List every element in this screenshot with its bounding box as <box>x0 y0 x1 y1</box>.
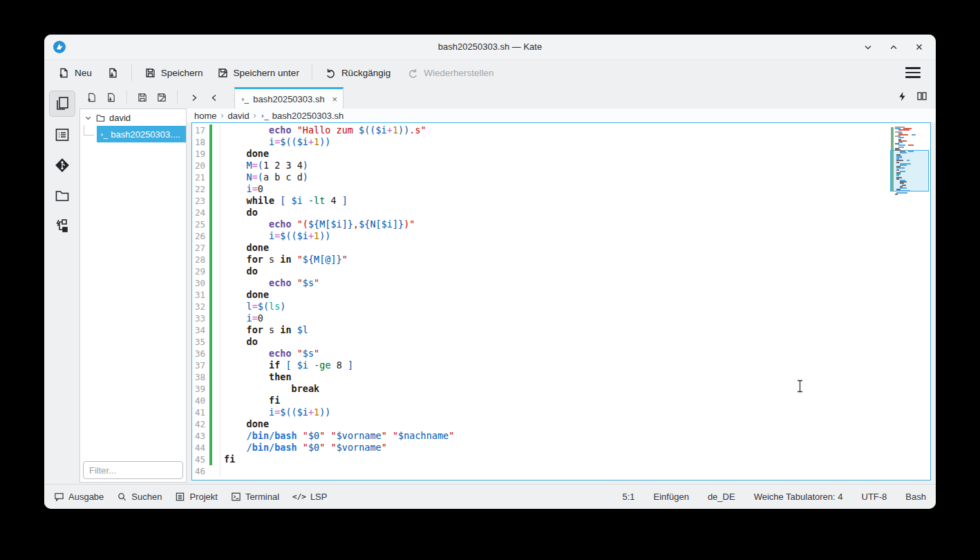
save-icon[interactable] <box>137 92 148 103</box>
code-line[interactable]: 38 then <box>192 371 930 383</box>
sidebar-item-outline[interactable] <box>49 122 75 148</box>
sidebar-item-git[interactable] <box>49 152 75 178</box>
close-icon[interactable] <box>911 39 927 55</box>
code-line[interactable]: 26 i=$(($i+1)) <box>192 230 930 242</box>
maximize-icon[interactable] <box>885 39 902 55</box>
code-line[interactable]: 40 fi <box>192 395 930 407</box>
redo-button[interactable]: Wiederherstellen <box>403 64 498 82</box>
code-line[interactable]: 29 do <box>192 265 930 277</box>
code-line[interactable]: 32 l=$(ls) <box>192 301 930 312</box>
save-button[interactable]: Speichern <box>140 64 207 82</box>
tab-mode[interactable]: Weiche Tabulatoren: 4 <box>754 492 843 502</box>
code-line[interactable]: 33 i=0 <box>192 312 930 324</box>
titlebar[interactable]: bash20250303.sh — Kate <box>44 35 936 60</box>
undo-button[interactable]: Rückgängig <box>321 64 395 82</box>
code-text: echo "(${M[$i]},${N[$i]})" <box>220 218 930 230</box>
modified-line-marker <box>209 277 212 289</box>
syntax-mode[interactable]: Bash <box>905 492 926 502</box>
code-line[interactable]: 25 echo "(${M[$i]},${N[$i]})" <box>192 218 930 230</box>
tab-bash20250303[interactable]: ›_ bash20250303.sh × <box>234 87 343 109</box>
code-text: i=$(($i+1)) <box>220 136 930 148</box>
code-line[interactable]: 20 M=(1 2 3 4) <box>192 160 930 171</box>
new-button[interactable]: Neu <box>54 64 96 82</box>
minimap-mark <box>908 144 914 146</box>
code-token <box>292 254 297 265</box>
code-token: $vorname <box>337 430 381 441</box>
line-number: 38 <box>192 371 205 383</box>
save-as-icon[interactable] <box>156 92 167 103</box>
scrollbar-minimap[interactable] <box>890 124 930 200</box>
insert-mode[interactable]: Einfügen <box>654 492 689 502</box>
tree-item-bash20250303[interactable]: ›_ bash20250303.... <box>97 126 186 142</box>
code-line[interactable]: 27 done <box>192 242 930 254</box>
breadcrumb-david[interactable]: david <box>228 111 249 121</box>
dictionary[interactable]: de_DE <box>708 492 735 502</box>
open-button[interactable] <box>103 64 123 82</box>
split-view-icon[interactable] <box>916 91 927 102</box>
code-line[interactable]: 23 while [ $i -lt 4 ] <box>192 195 930 207</box>
code-line[interactable]: 35 do <box>192 336 930 348</box>
code-line[interactable]: 36 echo "$s" <box>192 348 930 360</box>
tree-item-david[interactable]: david <box>80 109 186 126</box>
sidebar-item-external-tools[interactable] <box>49 212 75 239</box>
breadcrumb-home[interactable]: home <box>194 111 217 121</box>
code-line[interactable]: 43 /bin/bash "$0" "$vorname" "$nachname" <box>192 430 930 442</box>
code-area[interactable]: 17 echo "Hallo zum $(($i+1)).s"18 i=$(($… <box>192 124 930 477</box>
menu-button[interactable] <box>905 67 921 78</box>
minimap-mark <box>900 165 907 166</box>
filter-input[interactable] <box>83 461 183 479</box>
code-token: 1 <box>314 136 319 147</box>
quick-open-lightning-icon[interactable] <box>897 91 907 102</box>
open-document-icon[interactable] <box>106 92 117 103</box>
code-text: then <box>220 371 930 383</box>
code-line[interactable]: 39 break <box>192 383 930 395</box>
code-line[interactable]: 31 done <box>192 289 930 301</box>
code-line[interactable]: 18 i=$(($i+1)) <box>192 136 930 148</box>
code-token <box>224 195 247 206</box>
code-token: + <box>308 136 314 147</box>
line-number: 46 <box>192 465 205 477</box>
code-line[interactable]: 37 if [ $i -ge 8 ] <box>192 360 930 371</box>
code-token: $0 <box>308 430 319 441</box>
code-token <box>224 371 269 382</box>
previous-tab-icon[interactable] <box>208 91 220 104</box>
code-line[interactable]: 41 i=$(($i+1)) <box>192 407 930 418</box>
breadcrumb-file[interactable]: bash20250303.sh <box>272 111 343 121</box>
code-line[interactable]: 42 done <box>192 418 930 430</box>
code-line[interactable]: 28 for s in "${M[@]}" <box>192 254 930 265</box>
minimize-icon[interactable] <box>860 39 876 55</box>
statusbar-lsp-toggle[interactable]: </> LSP <box>292 492 327 502</box>
code-token: )) <box>319 230 330 241</box>
code-line[interactable]: 34 for s in $l <box>192 324 930 336</box>
window-title: bash20250303.sh — Kate <box>44 35 936 59</box>
code-line[interactable]: 24 do <box>192 207 930 218</box>
tree-root-label: david <box>109 113 131 123</box>
encoding[interactable]: UTF-8 <box>862 492 887 502</box>
code-token <box>224 336 247 347</box>
code-token: " <box>393 430 398 441</box>
text-editor[interactable]: 17 echo "Hallo zum $(($i+1)).s"18 i=$(($… <box>191 122 931 480</box>
cursor-position[interactable]: 5:1 <box>622 492 634 502</box>
sidebar-item-documents[interactable] <box>49 91 75 117</box>
code-token <box>224 348 269 359</box>
save-as-button[interactable]: Speichern unter <box>213 64 303 82</box>
code-line[interactable]: 46 <box>192 465 930 477</box>
modified-line-marker <box>209 265 212 277</box>
code-line[interactable]: 45fi <box>192 454 930 465</box>
code-line[interactable]: 19 done <box>192 148 930 160</box>
code-line[interactable]: 21 N=(a b c d) <box>192 171 930 183</box>
chevron-right-icon[interactable] <box>187 91 200 104</box>
statusbar-terminal-toggle[interactable]: Terminal <box>231 492 279 502</box>
code-line[interactable]: 22 i=0 <box>192 183 930 195</box>
sidebar-item-filesystem[interactable] <box>49 183 75 209</box>
tab-close-icon[interactable]: × <box>332 94 337 104</box>
statusbar-search-toggle[interactable]: Suchen <box>117 492 162 502</box>
new-document-icon[interactable] <box>86 92 97 103</box>
code-line[interactable]: 17 echo "Hallo zum $(($i+1)).s" <box>192 124 930 136</box>
code-line[interactable]: 30 echo "$s" <box>192 277 930 289</box>
statusbar-project-toggle[interactable]: Projekt <box>175 492 217 502</box>
statusbar-output-toggle[interactable]: Ausgabe <box>54 492 104 502</box>
code-token: + <box>387 124 393 136</box>
code-line[interactable]: 44 /bin/bash "$0" "$vorname" <box>192 442 930 454</box>
minimap-viewport[interactable] <box>890 150 929 192</box>
